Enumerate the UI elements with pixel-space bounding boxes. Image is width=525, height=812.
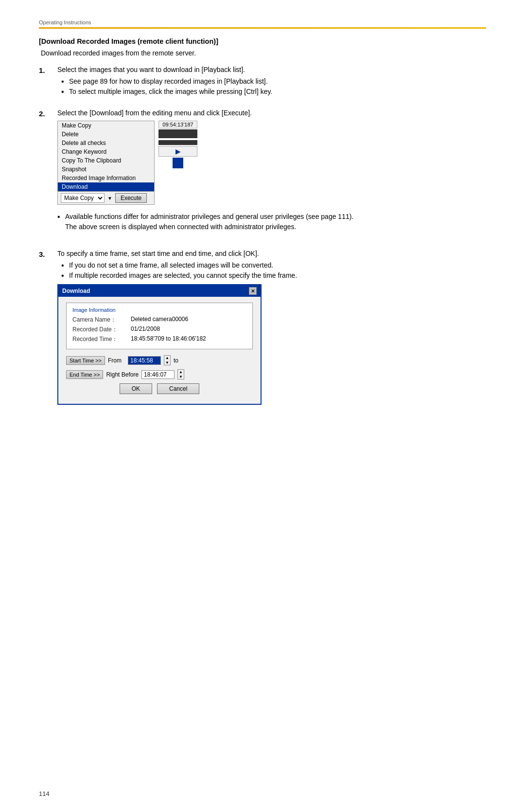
start-time-input[interactable]: [128, 356, 161, 365]
start-time-spinner[interactable]: ▲ ▼: [164, 355, 171, 365]
note-box: • Available functions differ for adminis…: [57, 212, 486, 232]
dialog-recorded-date-row: Recorded Date： 01/21/2008: [72, 325, 246, 334]
dialog-body: Image Information Camera Name： Deleted c…: [58, 297, 261, 404]
menu-item-delete[interactable]: Delete: [58, 130, 154, 139]
dialog-camera-name-value: Deleted camera00006: [131, 316, 188, 324]
note-item-1: • Available functions differ for adminis…: [57, 212, 486, 232]
menu-panel: Make Copy Delete Delete all checks Chang…: [57, 121, 155, 205]
step-3-bullet-2: If multiple recorded images are selected…: [61, 271, 486, 279]
dialog-box: Download ✕ Image Information Camera Name…: [57, 284, 262, 405]
menu-bottom-select[interactable]: Make Copy: [61, 193, 105, 203]
side-time-display: 09:54:13'187: [158, 121, 197, 128]
menu-bottom-bar: Make Copy ▼ Execute: [58, 191, 154, 204]
side-panel: 09:54:13'187 ▶: [158, 121, 197, 168]
dropdown-arrow-icon: ▼: [107, 196, 112, 201]
step-1-number: 1.: [39, 66, 57, 100]
dialog-recorded-time-label: Recorded Time：: [72, 335, 131, 343]
dialog-recorded-time-row: Recorded Time： 18:45:58'709 to 18:46:06'…: [72, 335, 246, 343]
right-before-label: Right Before: [106, 371, 139, 378]
menu-item-change-keyword[interactable]: Change Keyword: [58, 147, 154, 156]
step-2-number: 2.: [39, 109, 57, 241]
step-3-text: To specify a time frame, set start time …: [57, 250, 486, 257]
menu-item-make-copy[interactable]: Make Copy: [58, 121, 154, 130]
step-1-text: Select the images that you want to downl…: [57, 66, 486, 73]
end-time-button[interactable]: End Time >>: [66, 370, 103, 379]
intro-text: Download recorded images from the remote…: [41, 49, 486, 57]
note-text-1: Available functions differ for administr…: [65, 212, 353, 232]
step-3-number: 3.: [39, 250, 57, 405]
menu-item-copy-clipboard[interactable]: Copy To The Clipboard: [58, 156, 154, 165]
dialog-close-button[interactable]: ✕: [249, 287, 257, 295]
side-black-bar: [158, 129, 197, 138]
end-time-row: End Time >> Right Before ▲ ▼: [66, 369, 253, 379]
menu-item-snapshot[interactable]: Snapshot: [58, 165, 154, 174]
top-label: Operating Instructions: [39, 19, 486, 25]
to-label: to: [174, 357, 178, 364]
step-1: 1. Select the images that you want to do…: [39, 66, 486, 100]
step-3: 3. To specify a time frame, set start ti…: [39, 250, 486, 405]
start-time-row: Start Time >> From ▲ ▼ to: [66, 355, 253, 365]
execute-button[interactable]: Execute: [115, 193, 147, 203]
end-time-input[interactable]: [141, 370, 175, 379]
side-black-bar-2: [158, 140, 197, 145]
menu-item-delete-all[interactable]: Delete all checks: [58, 139, 154, 147]
dialog-image-info-section: Image Information Camera Name： Deleted c…: [66, 303, 253, 349]
dialog-camera-name-row: Camera Name： Deleted camera00006: [72, 316, 246, 324]
step-1-bullet-2: To select multiple images, click the ima…: [61, 88, 486, 95]
side-play-icon[interactable]: ▶: [158, 146, 197, 157]
side-square-icon: [173, 158, 183, 168]
step-2-text: Select the [Download] from the editing m…: [57, 109, 486, 117]
end-time-spinner[interactable]: ▲ ▼: [177, 369, 184, 379]
step-3-content: To specify a time frame, set start time …: [57, 250, 486, 405]
page-number: 114: [39, 790, 50, 797]
orange-rule: [39, 27, 486, 29]
menu-item-download[interactable]: Download: [58, 182, 154, 191]
step-2-content: Select the [Download] from the editing m…: [57, 109, 486, 241]
cancel-button[interactable]: Cancel: [157, 383, 199, 394]
section-title: [Download Recorded Images (remote client…: [39, 37, 486, 45]
dialog-section-title: Image Information: [72, 307, 246, 313]
editing-menu-screenshot: Make Copy Delete Delete all checks Chang…: [57, 121, 486, 205]
menu-item-recorded-info[interactable]: Recorded Image Information: [58, 174, 154, 182]
note-bullet-1: •: [57, 212, 65, 232]
step-2: 2. Select the [Download] from the editin…: [39, 109, 486, 241]
dialog-title: Download: [62, 288, 90, 294]
download-dialog-screenshot: Download ✕ Image Information Camera Name…: [57, 284, 486, 405]
start-time-button[interactable]: Start Time >>: [66, 356, 105, 365]
from-label: From: [108, 357, 125, 364]
ok-button[interactable]: OK: [120, 383, 152, 394]
dialog-footer: OK Cancel: [66, 383, 253, 398]
step-1-content: Select the images that you want to downl…: [57, 66, 486, 100]
dialog-titlebar: Download ✕: [58, 285, 261, 297]
step-1-bullets: See page 89 for how to display recorded …: [61, 77, 486, 95]
step-3-bullet-1: If you do not set a time frame, all sele…: [61, 261, 486, 269]
step-3-bullets: If you do not set a time frame, all sele…: [61, 261, 486, 279]
dialog-recorded-date-label: Recorded Date：: [72, 325, 131, 334]
dialog-camera-name-label: Camera Name：: [72, 316, 131, 324]
dialog-recorded-date-value: 01/21/2008: [131, 325, 160, 334]
dialog-recorded-time-value: 18:45:58'709 to 18:46:06'182: [131, 335, 206, 343]
step-1-bullet-1: See page 89 for how to display recorded …: [61, 77, 486, 85]
